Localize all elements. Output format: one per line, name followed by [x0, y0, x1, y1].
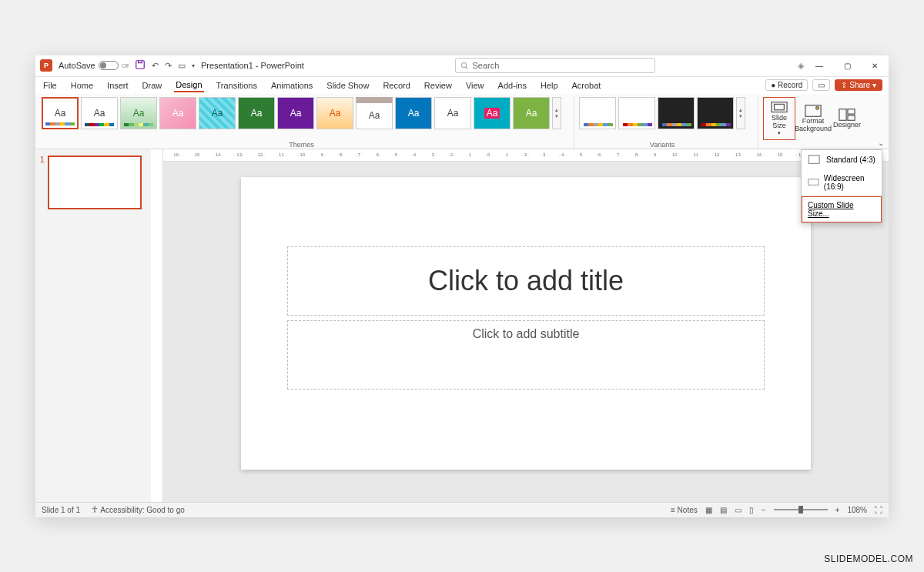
- designer-icon: [839, 108, 855, 122]
- search-placeholder: Search: [472, 61, 499, 70]
- variant-thumb[interactable]: [579, 97, 616, 129]
- subtitle-placeholder[interactable]: Click to add subtitle: [287, 320, 765, 390]
- search-input[interactable]: Search: [455, 58, 655, 73]
- svg-rect-10: [808, 179, 819, 185]
- variant-thumb[interactable]: [697, 97, 734, 129]
- variants-gallery[interactable]: ▴▾: [579, 97, 745, 129]
- widescreen-ratio-icon: [808, 177, 819, 187]
- slide-canvas[interactable]: Click to add title Click to add subtitle: [241, 177, 811, 470]
- accessibility-status[interactable]: Accessibility: Good to go: [91, 506, 185, 514]
- tab-home[interactable]: Home: [69, 79, 95, 92]
- theme-thumb[interactable]: Aa: [81, 97, 118, 129]
- slide-thumbnail[interactable]: [48, 156, 142, 209]
- autosave-label: AutoSave: [59, 61, 95, 70]
- sorter-view-icon[interactable]: ▤: [720, 506, 727, 514]
- tab-record[interactable]: Record: [381, 79, 411, 92]
- redo-icon[interactable]: ↷: [165, 61, 172, 71]
- autosave-state: Off: [122, 63, 129, 69]
- variant-thumb[interactable]: [618, 97, 655, 129]
- close-button[interactable]: ✕: [865, 62, 884, 70]
- minimize-button[interactable]: —: [810, 62, 829, 70]
- ribbon: Aa Aa Aa Aa Aa Aa Aa Aa Aa Aa Aa Aa Aa ▴…: [35, 94, 889, 149]
- designer-button[interactable]: Designer: [831, 97, 863, 140]
- slide-size-button[interactable]: Slide Size▾: [763, 97, 795, 140]
- svg-rect-8: [848, 115, 855, 119]
- tab-help[interactable]: Help: [539, 79, 560, 92]
- standard-size-option[interactable]: Standard (4:3): [802, 150, 882, 169]
- variant-thumb[interactable]: [658, 97, 695, 129]
- zoom-slider[interactable]: [774, 509, 828, 510]
- tab-addins[interactable]: Add-ins: [497, 79, 528, 92]
- tab-design[interactable]: Design: [174, 79, 203, 92]
- slide-counter[interactable]: Slide 1 of 1: [42, 506, 80, 514]
- statusbar: Slide 1 of 1 Accessibility: Good to go ≡…: [35, 502, 889, 517]
- themes-label: Themes: [42, 141, 561, 149]
- tab-review[interactable]: Review: [423, 79, 454, 92]
- theme-thumb[interactable]: Aa: [42, 97, 79, 129]
- zoom-in-icon[interactable]: +: [835, 506, 840, 514]
- standard-ratio-icon: [808, 155, 822, 165]
- theme-thumb[interactable]: Aa: [395, 97, 432, 129]
- fit-window-icon[interactable]: ⛶: [875, 506, 882, 514]
- tab-transitions[interactable]: Transitions: [215, 79, 259, 92]
- theme-thumb[interactable]: Aa: [277, 97, 314, 129]
- theme-thumb[interactable]: Aa: [238, 97, 275, 129]
- widescreen-size-option[interactable]: Widescreen (16:9): [802, 169, 882, 196]
- svg-point-11: [94, 506, 95, 507]
- tab-draw[interactable]: Draw: [141, 79, 164, 92]
- share-button[interactable]: ⇪ Share ▾: [835, 79, 882, 91]
- themes-gallery[interactable]: Aa Aa Aa Aa Aa Aa Aa Aa Aa Aa Aa Aa Aa ▴…: [42, 97, 561, 129]
- theme-thumb[interactable]: Aa: [474, 97, 511, 129]
- slideshow-view-icon[interactable]: ▯: [749, 506, 754, 514]
- zoom-level[interactable]: 108%: [847, 506, 867, 514]
- workspace: 1 · 16 ·· 15 ·· 14 ·· 13 ·· 12 ·· 11 ·· …: [35, 149, 889, 505]
- canvas-area: · 16 ·· 15 ·· 14 ·· 13 ·· 12 ·· 11 ·· 10…: [163, 149, 889, 505]
- tab-animations[interactable]: Animations: [270, 79, 314, 92]
- theme-thumb[interactable]: Aa: [356, 97, 393, 129]
- tab-acrobat[interactable]: Acrobat: [571, 79, 603, 92]
- slide-size-icon: [771, 101, 788, 115]
- svg-rect-9: [808, 155, 819, 162]
- slide-size-dropdown: Standard (4:3) Widescreen (16:9) Custom …: [801, 149, 882, 223]
- svg-rect-7: [848, 109, 855, 113]
- record-button[interactable]: ● Record: [765, 79, 808, 91]
- qat-more-icon[interactable]: ▾: [192, 62, 195, 69]
- collapse-ribbon-icon[interactable]: ⌄: [878, 139, 884, 147]
- undo-icon[interactable]: ↶: [152, 61, 159, 71]
- titlebar: P AutoSave Off ↶ ↷ ▭ ▾ Presentation1 - P…: [35, 55, 889, 77]
- svg-rect-3: [775, 104, 785, 109]
- diamond-icon[interactable]: ◈: [798, 61, 804, 71]
- theme-thumb[interactable]: Aa: [199, 97, 236, 129]
- reading-view-icon[interactable]: ▭: [735, 506, 742, 514]
- normal-view-icon[interactable]: ▦: [705, 506, 712, 514]
- tab-insert[interactable]: Insert: [105, 79, 130, 92]
- slideshow-icon[interactable]: ▭: [178, 61, 186, 71]
- vertical-ruler: [151, 149, 163, 505]
- save-icon[interactable]: [135, 59, 146, 72]
- present-button[interactable]: ▭: [812, 79, 830, 91]
- theme-thumb[interactable]: Aa: [434, 97, 471, 129]
- tab-view[interactable]: View: [464, 79, 486, 92]
- notes-button[interactable]: ≡ Notes: [671, 506, 698, 514]
- autosave-toggle[interactable]: AutoSave Off: [59, 61, 129, 70]
- variants-more-button[interactable]: ▴▾: [736, 97, 745, 129]
- restore-button[interactable]: ▢: [838, 62, 856, 70]
- tab-slideshow[interactable]: Slide Show: [325, 79, 370, 92]
- zoom-out-icon[interactable]: −: [762, 506, 766, 514]
- toggle-switch[interactable]: [99, 61, 119, 70]
- slide-thumbnail-panel[interactable]: 1: [35, 149, 151, 505]
- theme-thumb[interactable]: Aa: [159, 97, 196, 129]
- theme-thumb[interactable]: Aa: [513, 97, 550, 129]
- custom-size-option[interactable]: Custom Slide Size...: [802, 196, 882, 222]
- theme-thumb[interactable]: Aa: [316, 97, 353, 129]
- document-title: Presentation1 - PowerPoint: [201, 61, 304, 70]
- format-bg-icon: [805, 104, 822, 118]
- tab-file[interactable]: File: [42, 79, 59, 92]
- watermark: SLIDEMODEL.COM: [824, 554, 913, 564]
- format-background-button[interactable]: Format Background: [797, 97, 829, 140]
- theme-thumb[interactable]: Aa: [120, 97, 157, 129]
- themes-more-button[interactable]: ▴▾: [552, 97, 561, 129]
- themes-section: Aa Aa Aa Aa Aa Aa Aa Aa Aa Aa Aa Aa Aa ▴…: [42, 97, 574, 149]
- customize-section: Slide Size▾ Format Background Designer: [763, 97, 863, 149]
- title-placeholder[interactable]: Click to add title: [287, 246, 765, 316]
